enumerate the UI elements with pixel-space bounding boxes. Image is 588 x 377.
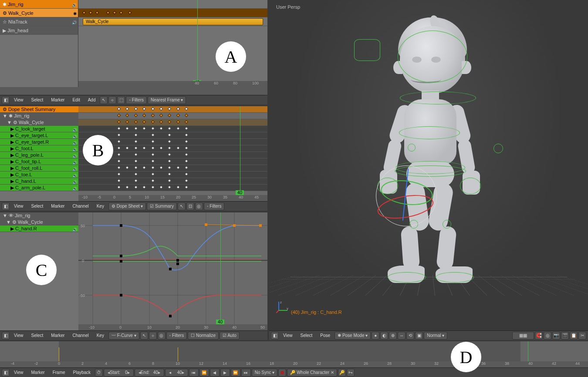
ghost-icon[interactable]: ◎ [158,332,166,340]
keying-set-dropdown[interactable]: 🔑 Whole Character ✕ [287,369,337,377]
shade-solid-icon[interactable]: ● [372,332,379,340]
dope-channel-C_leg_pole.L[interactable]: ▶ C_leg_pole.L [0,152,78,158]
orientation-dropdown[interactable]: Normal ▾ [424,332,447,340]
nla-tree-armature[interactable]: ✱ Jim_rig [0,0,78,9]
mode-dropdown[interactable]: ✱ Pose Mode ▾ [335,332,371,340]
dope-rig-row[interactable]: ▼ ✱ Jim_rig [0,113,78,119]
menu-add[interactable]: Add [84,96,99,104]
dope-keys-rig[interactable] [78,113,267,119]
menu-view[interactable]: View [10,332,27,340]
graph-action-row[interactable]: ▼ ⚙ Walk_Cycle [0,219,78,226]
menu-view[interactable]: View [10,202,27,210]
dope-channel-C_foot_tip.L[interactable]: ▶ C_foot_tip.L [0,158,78,165]
dope-sheet[interactable]: ⚙ Dope Sheet Summary ▼ ✱ Jim_rig ▼ ⚙ Wal… [0,106,267,211]
cursor-icon[interactable]: ↖ [178,202,186,210]
rig-neck-ctrl[interactable] [400,91,476,104]
rig-hand-r[interactable] [460,178,481,194]
snap-icon[interactable]: ⟐ [108,96,116,104]
cursor-icon[interactable]: ↖ [100,96,108,104]
proportional-icon[interactable]: ◎ [544,332,551,340]
layers-grid[interactable]: ▦▦ [512,332,534,340]
render-icon[interactable]: 📷 [552,332,560,340]
start-frame-input[interactable]: ◂ Start: 0 ▸ [104,369,134,377]
fcurve-mode[interactable]: 〰 F-Curve ▾ [108,332,139,340]
dope-channel-C_eye_target.R[interactable]: ▶ C_eye_target.R [0,139,78,145]
dope-channel-C_arm_pole.L[interactable]: ▶ C_arm_pole.L [0,185,78,191]
rig-arm-pole[interactable] [493,144,503,153]
dope-keys-summary[interactable] [78,106,267,113]
editor-type-icon[interactable]: ◧ [2,96,10,104]
nla-strip[interactable]: Walk_Cycle [83,18,263,25]
rig-chest-ctrl[interactable] [399,126,460,139]
pivot-icon[interactable]: ⊕ [389,332,397,340]
filters-toggle[interactable]: ◦ Filters [204,202,225,210]
viewport-3d[interactable]: User Persp [269,0,588,340]
menu-key[interactable]: Key [93,202,108,210]
end-frame-input[interactable]: ◂ End: 40 ▸ [135,369,164,377]
snap-icon[interactable]: 🧲 [535,332,543,340]
timeline-playhead[interactable] [528,341,528,361]
dope-channel-C_toe.L[interactable]: ▶ C_toe.L [0,172,78,178]
insert-key-icon[interactable]: 🔑 [338,369,346,377]
rig-look-target[interactable] [354,39,380,61]
dope-action-row[interactable]: ▼ ⚙ Walk_Cycle [0,119,78,126]
transform-icon[interactable]: ⟲ [406,332,414,340]
filters-toggle[interactable]: ◦ Filters [166,332,187,340]
dope-keys-C_hand.L[interactable] [78,178,267,185]
playhead-c[interactable]: 40 [220,212,221,324]
sel-icon[interactable]: ⊡ [186,202,194,210]
handle-icon[interactable]: ⟐ [149,332,157,340]
dope-channel-C_hand.L[interactable]: ▶ C_hand.L [0,178,78,185]
dope-keys-C_look_target[interactable] [78,126,267,132]
dope-channel-C_look_target[interactable]: ▶ C_look_target [0,126,78,132]
menu-channel[interactable]: Channel [69,332,92,340]
graph-rig-row[interactable]: ▼ 👁 Jim_rig [0,212,78,219]
dope-keys-C_toe.L[interactable] [78,172,267,178]
dope-channel-C_eye_target.L[interactable]: ▶ C_eye_target.L [0,132,78,139]
cursor-icon[interactable]: ↖ [140,332,148,340]
dope-submode[interactable]: ☑ Summary [147,202,177,210]
menu-marker[interactable]: Marker [47,202,68,210]
nla-tree-track[interactable]: ☆ NlaTrack [0,17,78,26]
nla-tree-action[interactable]: ⚙ Walk_Cycle [0,9,78,17]
timeline[interactable]: -4-2024681012141618202224262830323436384… [0,341,588,377]
menu-key[interactable]: Key [93,332,108,340]
dope-channel-C_foot_roll.L[interactable]: ▶ C_foot_roll.L [0,165,78,172]
menu-select[interactable]: Select [28,332,47,340]
tweak-icon[interactable]: ⬚ [117,96,125,104]
menu-view[interactable]: View [10,369,27,377]
character-mesh[interactable] [361,13,491,318]
menu-edit[interactable]: Edit [69,96,83,104]
auto-key-button[interactable] [278,369,286,377]
menu-marker[interactable]: Marker [28,369,48,377]
menu-pose[interactable]: Pose [317,332,334,340]
nla-tree-head[interactable]: ▶ Jim_head [0,26,78,35]
editor-type-icon[interactable]: ◧ [2,369,10,377]
jump-start-button[interactable]: ⏮ [189,369,199,377]
menu-view[interactable]: View [280,332,296,340]
manipulator-icon[interactable]: ↔ [398,332,406,340]
menu-marker[interactable]: Marker [47,96,68,104]
graph-canvas[interactable]: 50 0 -50 -10 0 10 20 30 40 50 40 [78,212,267,330]
dope-keys-action[interactable] [78,119,267,126]
menu-select[interactable]: Select [28,202,47,210]
menu-marker[interactable]: Marker [47,332,68,340]
play-button[interactable]: ▶ [220,369,230,377]
play-reverse-button[interactable]: ◀ [210,369,220,377]
range-icon[interactable]: ⏱ [95,369,103,377]
rig-spine-ctrl[interactable] [408,144,416,151]
menu-view[interactable]: View [10,96,27,104]
prev-key-button[interactable]: ⏪ [199,369,209,377]
menu-select[interactable]: Select [297,332,316,340]
editor-type-icon[interactable]: ◧ [271,332,279,340]
dope-mode[interactable]: ⚙ Dope Sheet ▾ [108,202,146,210]
nla-keyframe-row[interactable] [78,9,267,17]
rig-foot-r[interactable] [436,272,474,283]
dope-keys-C_foot_roll.L[interactable] [78,165,267,172]
editor-type-icon[interactable]: ◧ [2,332,10,340]
playhead-b[interactable]: 40 [240,106,240,195]
dope-summary-row[interactable]: ⚙ Dope Sheet Summary [0,106,78,113]
editor-type-icon[interactable]: ◧ [2,202,10,210]
layer-icon[interactable]: ▣ [415,332,423,340]
normalize-toggle[interactable]: ☐ Normalize [188,332,219,340]
